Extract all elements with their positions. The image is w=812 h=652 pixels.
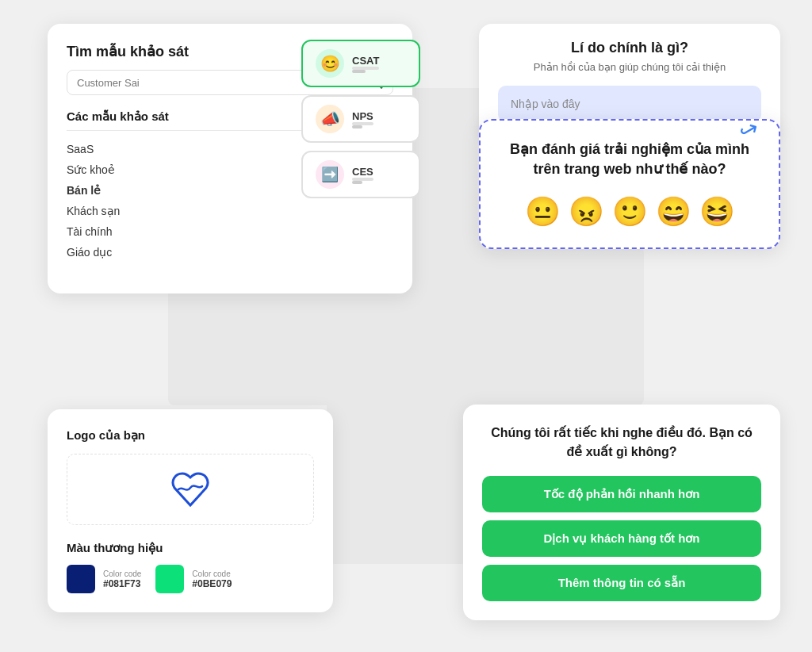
color-swatches: Color code #081F73 Color code #0BE079 (67, 565, 314, 593)
csat-label: CSAT (352, 55, 379, 67)
survey-search-card: Tìm mẫu khảo sát 🔍 Các mẫu khảo sát SaaS… (48, 24, 412, 293)
ces-label: CES (352, 166, 373, 178)
emoji-4[interactable]: 😄 (656, 195, 691, 228)
color-box-green (155, 565, 184, 593)
survey-types: 😊 CSAT 📣 NPS ➡️ CES (301, 40, 420, 198)
survey-type-nps[interactable]: 📣 NPS (301, 95, 420, 143)
color-value-dark: #081F73 (103, 578, 141, 589)
input-placeholder-text: Nhập vào đây (511, 98, 580, 110)
color-info-dark: Color code #081F73 (103, 570, 141, 589)
brand-color-section: Màu thương hiệu Color code #081F73 Color… (67, 541, 314, 593)
survey-type-csat[interactable]: 😊 CSAT (301, 40, 420, 87)
logo-preview (67, 454, 314, 525)
color-box-dark (67, 565, 95, 593)
list-item[interactable]: Khách sạn (67, 201, 393, 221)
nps-bar1 (352, 122, 373, 125)
rating-question: Bạn đánh giá trải nghiệm của mình trên t… (500, 140, 760, 179)
csat-bar2 (352, 70, 366, 73)
nps-bar2 (352, 125, 362, 128)
question-input-area[interactable]: Nhập vào đây (498, 86, 761, 122)
csat-icon: 😊 (316, 49, 344, 78)
nps-icon: 📣 (316, 105, 344, 133)
emoji-2[interactable]: 😠 (569, 195, 604, 228)
question-top-title: Lí do chính là gì? (498, 40, 761, 56)
suggestion-card: Chúng tôi rất tiếc khi nghe điều đó. Bạn… (463, 405, 780, 620)
ces-content: CES (352, 166, 373, 184)
color-title: Màu thương hiệu (67, 541, 314, 555)
suggestion-btn-3[interactable]: Thêm thông tin có sẵn (482, 565, 761, 601)
main-wrapper: Tìm mẫu khảo sát 🔍 Các mẫu khảo sát SaaS… (0, 0, 812, 652)
csat-content: CSAT (352, 55, 379, 73)
emoji-1[interactable]: 😐 (525, 195, 561, 228)
survey-type-ces[interactable]: ➡️ CES (301, 151, 420, 198)
ces-bar1 (352, 178, 373, 181)
nps-label: NPS (352, 110, 373, 122)
list-item[interactable]: Tài chính (67, 221, 393, 242)
rating-card: Bạn đánh giá trải nghiệm của mình trên t… (479, 119, 780, 249)
color-value-green: #0BE079 (192, 578, 232, 589)
ces-bar2 (352, 181, 362, 184)
color-label-green: Color code (192, 570, 232, 578)
ces-icon: ➡️ (316, 160, 344, 189)
nps-content: NPS (352, 110, 373, 128)
logo-title: Logo của bạn (67, 428, 314, 443)
question-top-subtitle: Phản hồi của bạn giúp chúng tôi cải thiệ… (498, 61, 761, 73)
color-label-dark: Color code (103, 570, 141, 578)
suggestion-question: Chúng tôi rất tiếc khi nghe điều đó. Bạn… (482, 424, 761, 462)
color-info-green: Color code #0BE079 (192, 570, 232, 589)
csat-bar1 (352, 67, 379, 70)
suggestion-btn-2[interactable]: Dịch vụ khách hàng tốt hơn (482, 520, 761, 557)
brand-card: Logo của bạn Màu thương hiệu Color code … (48, 409, 333, 612)
list-item[interactable]: Giáo dục (67, 242, 393, 263)
emoji-row: 😐 😠 🙂 😄 😆 (500, 195, 760, 228)
emoji-5[interactable]: 😆 (699, 195, 735, 228)
color-swatch-dark: Color code #081F73 (67, 565, 141, 593)
color-swatch-green: Color code #0BE079 (155, 565, 232, 593)
emoji-3[interactable]: 🙂 (612, 195, 648, 228)
logo-svg (167, 466, 214, 513)
suggestion-btn-1[interactable]: Tốc độ phản hồi nhanh hơn (482, 476, 761, 512)
